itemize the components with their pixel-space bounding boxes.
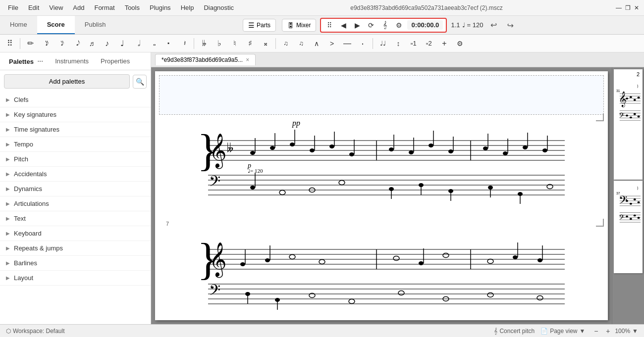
maximize-button[interactable]: ❐	[624, 4, 631, 11]
staccato-button[interactable]: ·	[356, 37, 370, 50]
palette-item-accidentals[interactable]: ▶ Accidentals	[0, 167, 151, 182]
drag-handle-icon[interactable]: ⠿	[3, 37, 17, 50]
menu-file[interactable]: File	[4, 2, 22, 13]
expand-arrow-articulations: ▶	[6, 201, 10, 206]
tab-publish[interactable]: Publish	[75, 16, 116, 34]
palettes-dots[interactable]: ···	[37, 57, 43, 65]
tuplet-button[interactable]: ♩♩	[376, 37, 390, 50]
tab-home[interactable]: Home	[0, 16, 37, 34]
palette-item-text[interactable]: ▶ Text	[0, 211, 151, 226]
close-button[interactable]: ✕	[633, 4, 640, 11]
flat-button[interactable]: ♭	[213, 37, 226, 50]
note-64th[interactable]: 𝅘𝅥𝅮𝅮	[54, 37, 68, 50]
palette-label-pitch: Pitch	[14, 155, 28, 163]
menu-add[interactable]: Add	[69, 2, 88, 13]
zoom-in-button[interactable]: +	[603, 326, 613, 336]
voice1-button[interactable]: 𝆸1	[407, 37, 421, 50]
page-view-selector[interactable]: 📄 Page view ▼	[540, 328, 585, 335]
doc-tab-main[interactable]: *e9d3e83f873abd6d69ca9a5... ×	[155, 54, 256, 65]
sharp-button[interactable]: ♯	[243, 37, 257, 50]
palette-item-tempo[interactable]: ▶ Tempo	[0, 137, 151, 152]
double-flat-button[interactable]: 𝄫	[197, 37, 211, 50]
svg-text:𝄢: 𝄢	[619, 194, 627, 209]
redo-button[interactable]: ↩	[504, 19, 517, 32]
tab-score[interactable]: Score	[37, 16, 75, 34]
tab-bar: Home Score Publish ☰ Parts 🎛 Mixer ⠿ ◀ ▶…	[0, 16, 644, 35]
parts-button[interactable]: ☰ Parts	[243, 19, 276, 32]
double-sharp-button[interactable]: 𝄪	[259, 37, 272, 50]
page-icon: 📄	[540, 328, 548, 335]
expand-arrow-time-signatures: ▶	[6, 127, 10, 132]
doc-tab-close-button[interactable]: ×	[246, 56, 249, 63]
svg-point-83	[513, 255, 518, 259]
playback-settings-button[interactable]: ⚙	[393, 20, 404, 31]
play-button[interactable]: ▶	[352, 20, 363, 31]
palette-item-articulations[interactable]: ▶ Articulations	[0, 196, 151, 211]
menu-tools[interactable]: Tools	[121, 2, 144, 13]
voice2-button[interactable]: 𝆸2	[422, 37, 436, 50]
svg-point-101	[487, 293, 493, 297]
tenuto-button[interactable]: —	[340, 37, 354, 50]
note-128th[interactable]: 𝅘𝅥𝅮𝅮𝅮	[39, 37, 53, 50]
menu-plugins[interactable]: Plugins	[146, 2, 175, 13]
menu-format[interactable]: Format	[90, 2, 118, 13]
metronome-button[interactable]: 𝄞	[379, 20, 390, 31]
tempo-note-icon: ♩	[462, 21, 465, 29]
svg-text:𝄢: 𝄢	[619, 213, 625, 223]
note-dot[interactable]: ·	[161, 37, 175, 50]
page-view-label: Page view	[550, 328, 577, 335]
natural-button[interactable]: ♮	[228, 37, 242, 50]
note-16th[interactable]: ♬	[85, 37, 99, 50]
concert-pitch-toggle[interactable]: 𝄞 Concert pitch	[494, 328, 535, 335]
status-bar-right: 𝄞 Concert pitch 📄 Page view ▼ − + 100% ▼	[494, 326, 638, 336]
note-input-settings[interactable]: ⚙	[453, 37, 467, 50]
menu-view[interactable]: View	[45, 2, 67, 13]
note-whole[interactable]: 𝅝	[146, 37, 160, 50]
palette-item-barlines[interactable]: ▶ Barlines	[0, 256, 151, 271]
toolbar-sep-3	[275, 38, 276, 49]
add-palettes-button[interactable]: Add palettes	[4, 74, 130, 89]
svg-point-33	[503, 151, 508, 155]
beam-start-button[interactable]: ♫	[279, 37, 293, 50]
menu-diagnostic[interactable]: Diagnostic	[200, 2, 238, 13]
zoom-out-button[interactable]: −	[591, 326, 601, 336]
palette-item-repeats-jumps[interactable]: ▶ Repeats & jumps	[0, 241, 151, 256]
edit-mode-button[interactable]: ✏	[23, 37, 37, 50]
palette-item-pitch[interactable]: ▶ Pitch	[0, 152, 151, 167]
menu-help[interactable]: Help	[177, 2, 198, 13]
minimize-button[interactable]: —	[615, 4, 622, 11]
flip-button[interactable]: ↕	[391, 37, 405, 50]
properties-tab[interactable]: Properties	[96, 55, 135, 67]
accent-button[interactable]: ∧	[310, 37, 323, 50]
undo-button[interactable]: ↩	[487, 19, 500, 32]
doc-tab-label: *e9d3e83f873abd6d69ca9a5...	[161, 56, 243, 63]
palette-item-layout[interactable]: ▶ Layout	[0, 271, 151, 286]
search-icon: 🔍	[136, 78, 144, 86]
palette-item-key-signatures[interactable]: ▶ Key signatures	[0, 107, 151, 122]
loop-button[interactable]: ⟳	[366, 20, 376, 31]
note-half[interactable]: 𝅗𝅥	[131, 37, 145, 50]
rewind-button[interactable]: ◀	[338, 20, 349, 31]
note-32nd[interactable]: 𝅘𝅥𝅮	[69, 37, 83, 50]
palette-label-repeats: Repeats & jumps	[14, 244, 63, 252]
palette-item-keyboard[interactable]: ▶ Keyboard	[0, 226, 151, 241]
palette-item-time-signatures[interactable]: ▶ Time signatures	[0, 122, 151, 137]
main-area: Palettes ··· Instruments Properties Add …	[0, 52, 644, 324]
workspace-indicator[interactable]: ⬡ Workspace: Default	[6, 328, 65, 335]
palette-item-dynamics[interactable]: ▶ Dynamics	[0, 182, 151, 196]
grid-icon[interactable]: ⠿	[324, 20, 335, 31]
menu-edit[interactable]: Edit	[24, 2, 43, 13]
beam-middle-button[interactable]: ♫	[294, 37, 308, 50]
marcato-button[interactable]: >	[325, 37, 339, 50]
note-quarter[interactable]: ♩	[115, 37, 129, 50]
score-notation-2: } 𝄞	[160, 225, 603, 320]
add-button[interactable]: +	[437, 37, 451, 50]
palette-search-button[interactable]: 🔍	[133, 75, 147, 89]
instruments-tab[interactable]: Instruments	[50, 55, 94, 67]
palette-item-clefs[interactable]: ▶ Clefs	[0, 93, 151, 107]
mixer-button[interactable]: 🎛 Mixer	[282, 19, 316, 32]
rest-button[interactable]: 𝄽	[177, 37, 191, 50]
palette-label-keyboard: Keyboard	[14, 230, 42, 237]
palettes-tab[interactable]: Palettes ···	[4, 55, 48, 67]
note-eighth[interactable]: ♪	[100, 37, 114, 50]
